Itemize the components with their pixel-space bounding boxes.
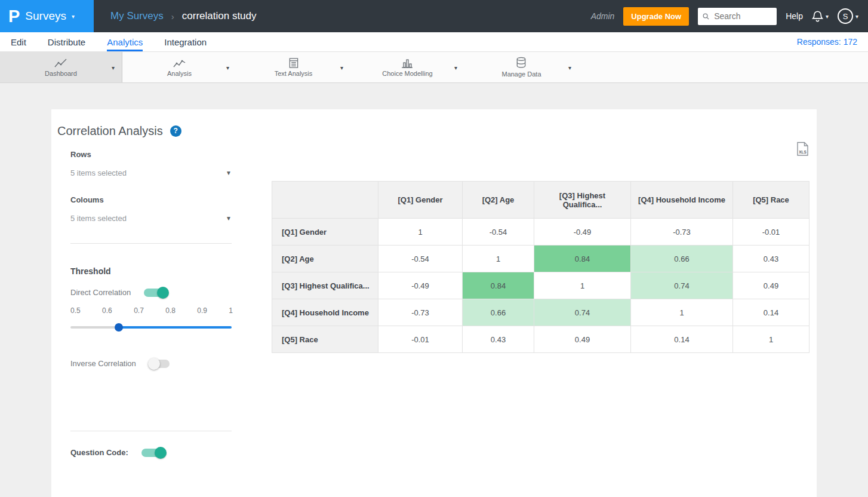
matrix-cell: 1 bbox=[534, 272, 631, 299]
help-link[interactable]: Help bbox=[786, 11, 803, 21]
tab-edit[interactable]: Edit bbox=[11, 32, 26, 51]
threshold-slider[interactable] bbox=[70, 323, 232, 332]
threshold-label: Threshold bbox=[70, 266, 232, 276]
breadcrumb-my-surveys[interactable]: My Surveys bbox=[110, 10, 164, 22]
chevron-down-icon[interactable]: ▾ bbox=[340, 64, 343, 70]
column-header: [Q2] Age bbox=[463, 182, 534, 219]
chevron-down-icon: ▾ bbox=[855, 13, 858, 20]
admin-label: Admin bbox=[591, 11, 615, 21]
toolbar-item-manage-data[interactable]: Manage Data ▾ bbox=[464, 52, 578, 82]
rows-label: Rows bbox=[70, 150, 232, 159]
top-header: P Surveys ▾ My Surveys › correlation stu… bbox=[0, 0, 868, 32]
row-header: [Q5] Race bbox=[272, 326, 378, 353]
matrix-cell: -0.73 bbox=[378, 299, 463, 326]
columns-select-value: 5 items selected bbox=[70, 214, 127, 223]
chevron-down-icon[interactable]: ▾ bbox=[568, 64, 571, 70]
breadcrumb: My Surveys › correlation study bbox=[110, 10, 257, 22]
table-row: [Q1] Gender1-0.54-0.49-0.73-0.01 bbox=[272, 219, 809, 246]
brand-logo: P bbox=[8, 8, 20, 25]
threshold-slider-fill-right bbox=[119, 326, 232, 329]
scale-tick: 0.6 bbox=[102, 306, 112, 315]
rows-select-value: 5 items selected bbox=[70, 168, 127, 177]
upgrade-now-button[interactable]: Upgrade Now bbox=[623, 7, 689, 26]
section-tabs: Edit Distribute Analytics Integration Re… bbox=[0, 32, 868, 52]
question-code-label: Question Code: bbox=[70, 448, 128, 457]
columns-label: Coloums bbox=[70, 195, 232, 204]
chevron-down-icon: ▾ bbox=[826, 13, 829, 20]
matrix-cell: 0.74 bbox=[631, 272, 733, 299]
table-row: [Q4] Household Income-0.730.660.7410.14 bbox=[272, 299, 809, 326]
matrix-cell: 0.84 bbox=[534, 246, 631, 272]
bell-icon bbox=[812, 10, 823, 23]
page-title: Correlation Analysis bbox=[57, 124, 163, 138]
scale-tick: 1 bbox=[229, 306, 233, 315]
matrix-cell: 1 bbox=[463, 246, 534, 272]
analytics-toolbar: Dashboard ▾ Analysis ▾ Text Analysis ▾ bbox=[0, 52, 868, 83]
toolbar-item-text-analysis[interactable]: Text Analysis ▾ bbox=[236, 52, 350, 82]
account-menu[interactable]: S ▾ bbox=[838, 8, 858, 24]
direct-correlation-label: Direct Correlation bbox=[70, 288, 131, 297]
scale-tick: 0.9 bbox=[197, 306, 207, 315]
matrix-cell: 0.84 bbox=[463, 272, 534, 299]
matrix-cell: 0.14 bbox=[733, 299, 809, 326]
chevron-down-icon: ▾ bbox=[72, 13, 75, 20]
divider bbox=[70, 243, 232, 244]
text-document-icon bbox=[288, 57, 300, 69]
table-row: [Q2] Age-0.5410.840.660.43 bbox=[272, 246, 809, 272]
columns-select[interactable]: 5 items selected ▼ bbox=[70, 214, 232, 223]
scale-tick: 0.7 bbox=[134, 306, 144, 315]
matrix-cell: 1 bbox=[378, 219, 463, 246]
bar-chart-icon bbox=[401, 57, 414, 69]
corner-cell bbox=[272, 182, 378, 219]
notifications-button[interactable]: ▾ bbox=[812, 10, 829, 23]
matrix-cell: 0.66 bbox=[463, 299, 534, 326]
chevron-down-icon[interactable]: ▾ bbox=[454, 64, 457, 70]
toolbar-item-label: Text Analysis bbox=[275, 70, 313, 77]
row-header: [Q4] Household Income bbox=[272, 299, 378, 326]
matrix-cell: 1 bbox=[631, 299, 733, 326]
matrix-pane: XLS [Q1] Gender[Q2] Age[Q3] Highest Qual… bbox=[272, 142, 809, 353]
matrix-cell: -0.54 bbox=[463, 219, 534, 246]
scale-tick: 0.8 bbox=[165, 306, 176, 315]
matrix-cell: 0.43 bbox=[463, 326, 534, 353]
search-box[interactable] bbox=[698, 8, 777, 25]
line-chart-icon bbox=[54, 57, 68, 69]
chevron-down-icon[interactable]: ▾ bbox=[226, 64, 229, 70]
matrix-cell: -0.01 bbox=[733, 219, 809, 246]
chevron-down-icon[interactable]: ▾ bbox=[112, 64, 115, 70]
matrix-cell: 0.49 bbox=[534, 326, 631, 353]
inverse-correlation-toggle[interactable] bbox=[149, 360, 170, 368]
search-icon bbox=[703, 13, 709, 20]
toolbar-item-dashboard[interactable]: Dashboard ▾ bbox=[0, 52, 122, 82]
settings-panel: Rows 5 items selected ▼ Coloums 5 items … bbox=[51, 139, 232, 457]
export-xls-button[interactable]: XLS bbox=[796, 142, 809, 157]
matrix-cell: 0.43 bbox=[733, 246, 809, 272]
database-icon bbox=[515, 57, 527, 69]
correlation-table: [Q1] Gender[Q2] Age[Q3] Highest Qualific… bbox=[272, 181, 809, 353]
matrix-cell: -0.49 bbox=[534, 219, 631, 246]
matrix-cell: -0.49 bbox=[378, 272, 463, 299]
toolbar-item-analysis[interactable]: Analysis ▾ bbox=[122, 52, 236, 82]
toolbar-item-label: Choice Modelling bbox=[382, 70, 432, 77]
column-header: [Q1] Gender bbox=[378, 182, 463, 219]
column-header: [Q5] Race bbox=[733, 182, 809, 219]
breadcrumb-separator: › bbox=[171, 11, 174, 22]
toolbar-item-choice-modelling[interactable]: Choice Modelling ▾ bbox=[350, 52, 464, 82]
tab-integration[interactable]: Integration bbox=[164, 32, 207, 51]
question-code-toggle[interactable] bbox=[141, 449, 165, 457]
row-header: [Q1] Gender bbox=[272, 219, 378, 246]
row-header: [Q2] Age bbox=[272, 246, 378, 272]
threshold-slider-handle[interactable] bbox=[115, 323, 123, 332]
scale-tick: 0.5 bbox=[70, 306, 81, 315]
tab-distribute[interactable]: Distribute bbox=[48, 32, 85, 51]
correlation-analysis-card: Correlation Analysis ? Rows 5 items sele… bbox=[51, 109, 817, 497]
avatar: S bbox=[838, 8, 853, 24]
line-chart-icon bbox=[173, 57, 187, 69]
direct-correlation-toggle[interactable] bbox=[144, 289, 168, 297]
product-switcher[interactable]: P Surveys ▾ bbox=[0, 0, 94, 32]
responses-count[interactable]: Responses: 172 bbox=[797, 32, 857, 51]
search-input[interactable] bbox=[713, 11, 772, 22]
help-icon[interactable]: ? bbox=[170, 125, 181, 137]
rows-select[interactable]: 5 items selected ▼ bbox=[70, 168, 232, 177]
tab-analytics[interactable]: Analytics bbox=[107, 32, 143, 51]
